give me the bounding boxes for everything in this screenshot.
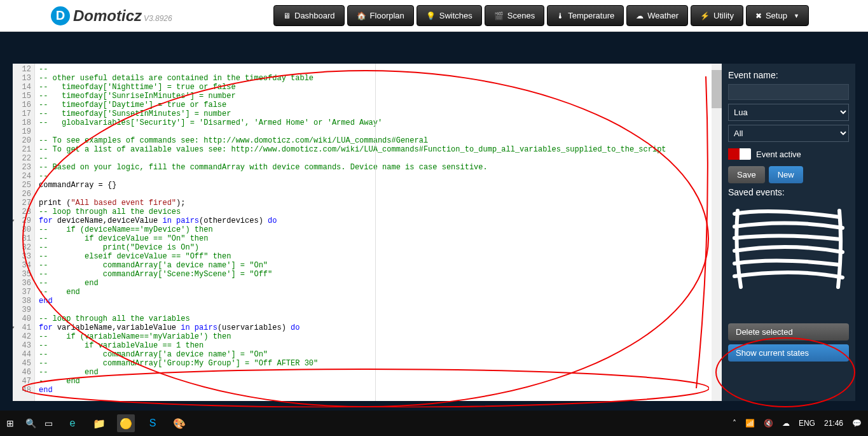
nav-scenes-label: Scenes bbox=[507, 11, 535, 20]
language-select[interactable]: Lua bbox=[728, 104, 849, 121]
chrome-icon[interactable]: 🟡 bbox=[117, 414, 135, 432]
tray-language[interactable]: ENG bbox=[799, 419, 815, 428]
nav-weather[interactable]: ☁Weather bbox=[626, 5, 688, 26]
tray-notifications-icon[interactable]: 💬 bbox=[852, 419, 862, 428]
tray-onedrive-icon[interactable]: ☁ bbox=[782, 419, 790, 428]
new-button[interactable]: New bbox=[769, 166, 803, 183]
save-button[interactable]: Save bbox=[728, 166, 765, 183]
logo-version: V3.8926 bbox=[144, 14, 172, 23]
content-panel: 1213141516171819202122232425262728293031… bbox=[13, 64, 855, 401]
windows-taskbar[interactable]: ⊞ 🔍 ▭ e 📁 🟡 S 🎨 ˄ 📶 🔇 ☁ ENG 21:46 💬 bbox=[0, 411, 868, 436]
trigger-select[interactable]: All bbox=[728, 125, 849, 142]
nav-temperature-label: Temperature bbox=[568, 11, 614, 20]
editor-scrollbar[interactable] bbox=[712, 64, 722, 401]
nav-dashboard-label: Dashboard bbox=[294, 11, 335, 20]
nav-setup-label: Setup bbox=[766, 11, 787, 20]
setup-icon: ✖ bbox=[755, 11, 762, 20]
main-area: 1213141516171819202122232425262728293031… bbox=[0, 32, 868, 411]
tray-volume-icon[interactable]: 🔇 bbox=[764, 419, 773, 428]
nav-utility[interactable]: ⚡Utility bbox=[691, 5, 743, 26]
event-active-label: Event active bbox=[756, 150, 801, 159]
event-active-toggle[interactable] bbox=[728, 148, 751, 160]
nav-temperature[interactable]: 🌡Temperature bbox=[547, 5, 624, 26]
taskbar-left: ⊞ 🔍 ▭ e 📁 🟡 S 🎨 bbox=[6, 414, 188, 432]
temperature-icon: 🌡 bbox=[556, 11, 564, 20]
top-bar: D Domoticz V3.8926 🖥Dashboard 🏠Floorplan… bbox=[0, 0, 868, 32]
nav-setup[interactable]: ✖Setup▼ bbox=[746, 5, 809, 26]
floorplan-icon: 🏠 bbox=[357, 11, 366, 20]
logo: D Domoticz V3.8926 bbox=[0, 6, 273, 25]
nav-weather-label: Weather bbox=[647, 11, 679, 20]
nav-floorplan[interactable]: 🏠Floorplan bbox=[347, 5, 414, 26]
logo-icon: D bbox=[51, 6, 70, 25]
editor-gutter: 1213141516171819202122232425262728293031… bbox=[13, 64, 35, 401]
dashboard-icon: 🖥 bbox=[283, 11, 291, 20]
search-icon[interactable]: 🔍 bbox=[25, 418, 36, 428]
explorer-icon[interactable]: 📁 bbox=[90, 414, 108, 432]
nav-dashboard[interactable]: 🖥Dashboard bbox=[273, 5, 345, 26]
saved-events-label: Saved events: bbox=[728, 187, 849, 197]
taskview-icon[interactable]: ▭ bbox=[45, 418, 55, 428]
scenes-icon: 🎬 bbox=[494, 11, 504, 20]
nav-floorplan-label: Floorplan bbox=[370, 11, 404, 20]
event-name-label: Event name: bbox=[728, 70, 849, 80]
paint-icon[interactable]: 🎨 bbox=[170, 414, 188, 432]
scrollbar-thumb[interactable] bbox=[712, 70, 722, 108]
event-name-input[interactable] bbox=[728, 84, 849, 100]
nav-switches-label: Switches bbox=[439, 11, 472, 20]
utility-icon: ⚡ bbox=[700, 11, 710, 20]
logo-text: Domoticz bbox=[73, 7, 142, 25]
tray-clock[interactable]: 21:46 bbox=[824, 419, 843, 428]
redacted-overlay bbox=[731, 207, 846, 290]
delete-selected-button[interactable]: Delete selected bbox=[728, 323, 849, 341]
weather-icon: ☁ bbox=[636, 11, 644, 20]
chevron-down-icon: ▼ bbox=[794, 13, 799, 19]
switches-icon: 💡 bbox=[426, 11, 436, 20]
main-nav: 🖥Dashboard 🏠Floorplan 💡Switches 🎬Scenes … bbox=[273, 5, 809, 26]
nav-utility-label: Utility bbox=[713, 11, 734, 20]
taskbar-right: ˄ 📶 🔇 ☁ ENG 21:46 💬 bbox=[733, 419, 862, 428]
nav-scenes[interactable]: 🎬Scenes bbox=[485, 5, 544, 26]
edge-icon[interactable]: e bbox=[64, 414, 81, 432]
start-icon[interactable]: ⊞ bbox=[6, 418, 17, 428]
editor-code[interactable]: ---- other useful details are contained … bbox=[35, 64, 722, 401]
side-panel: Event name: Lua All Event active Save Ne… bbox=[722, 64, 855, 401]
saved-events-list[interactable] bbox=[728, 201, 849, 316]
code-editor[interactable]: 1213141516171819202122232425262728293031… bbox=[13, 64, 722, 401]
show-current-states-button[interactable]: Show current states bbox=[728, 344, 849, 362]
tray-chevron-icon[interactable]: ˄ bbox=[733, 419, 736, 428]
tray-network-icon[interactable]: 📶 bbox=[745, 419, 755, 428]
skype-icon[interactable]: S bbox=[144, 414, 162, 432]
editor-ruler bbox=[375, 64, 376, 401]
nav-switches[interactable]: 💡Switches bbox=[417, 5, 482, 26]
